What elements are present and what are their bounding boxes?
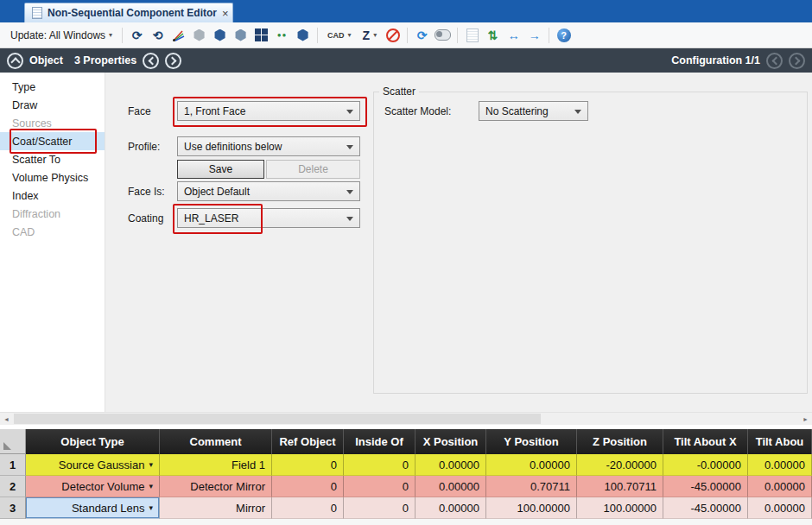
row-number[interactable]: 3 <box>0 497 26 519</box>
column-header-comment[interactable]: Comment <box>160 429 272 454</box>
column-header-tilt-about-y[interactable]: Tilt Abou <box>748 429 812 454</box>
solid-model-icon[interactable] <box>212 27 228 43</box>
chevron-down-icon: ▾ <box>109 31 112 39</box>
cell-tilt-about-y[interactable]: 0.00000 <box>748 476 812 497</box>
update-menu-label: Update: All Windows <box>10 29 105 41</box>
cell-comment[interactable]: Mirror <box>160 497 272 519</box>
next-object-button[interactable] <box>165 53 181 69</box>
cell-tilt-about-x[interactable]: -0.00000 <box>663 454 748 476</box>
tab-nsc-editor[interactable]: Non-Sequential Component Editor × <box>24 3 233 22</box>
row-number[interactable]: 2 <box>0 476 26 497</box>
chevron-left-icon <box>771 56 780 65</box>
shaded-model-icon[interactable] <box>191 27 207 43</box>
scroll-left-arrow[interactable]: ◄ <box>0 413 13 425</box>
go-to-row-icon[interactable]: → <box>526 27 542 43</box>
cell-z-position[interactable]: 100.00000 <box>577 497 663 519</box>
cell-inside-of[interactable]: 0 <box>344 497 416 519</box>
column-header-y-position[interactable]: Y Position <box>486 429 577 454</box>
cell-object-type[interactable]: Source Gaussian ▾ <box>26 454 160 476</box>
object-label: Object <box>29 54 63 66</box>
zemax-part-menu[interactable]: Z ▾ <box>359 27 381 44</box>
column-header-ref-object[interactable]: Ref Object <box>272 429 344 454</box>
cell-inside-of[interactable]: 0 <box>344 476 416 497</box>
cell-comment[interactable]: Detector Mirror <box>160 476 272 497</box>
refresh-icon[interactable]: ⟳ <box>129 27 145 43</box>
nsc-shaded-model-icon[interactable] <box>295 27 311 43</box>
separator <box>317 28 318 43</box>
swap-rows-icon[interactable]: ⇅ <box>485 27 501 43</box>
face-dropdown[interactable]: 1, Front Face <box>177 101 360 121</box>
cell-inside-of[interactable]: 0 <box>344 454 416 476</box>
prev-object-button[interactable] <box>143 53 159 69</box>
cell-object-type[interactable]: Detector Volume ▾ <box>26 476 160 497</box>
sidebar-item-index[interactable]: Index <box>0 187 105 205</box>
no-symbol-icon[interactable] <box>384 27 401 43</box>
tile-windows-icon[interactable] <box>253 27 270 43</box>
cell-object-type-selected[interactable]: Standard Lens ▾ <box>26 497 160 519</box>
save-button[interactable]: Save <box>177 160 264 179</box>
scatter-model-dropdown[interactable]: No Scattering <box>479 101 588 121</box>
nsc-spreadsheet: Object Type Comment Ref Object Inside Of… <box>0 429 812 519</box>
sidebar-item-scatter-to[interactable]: Scatter To <box>0 150 105 168</box>
sidebar-item-coat-scatter[interactable]: Coat/Scatter <box>0 132 105 150</box>
column-header-inside-of[interactable]: Inside Of <box>344 429 416 454</box>
chevron-down-icon <box>346 190 353 194</box>
row-number[interactable]: 1 <box>0 454 26 476</box>
editor-document-icon[interactable] <box>464 27 480 43</box>
sidebar-item-draw[interactable]: Draw <box>0 96 105 114</box>
refresh-window-icon[interactable]: ⟳ <box>414 27 430 43</box>
cell-tilt-about-y[interactable]: 0.00000 <box>748 497 812 519</box>
prev-configuration-button[interactable] <box>766 53 783 69</box>
help-icon[interactable]: ? <box>555 27 572 43</box>
cell-x-position[interactable]: 0.00000 <box>416 454 486 476</box>
next-configuration-button[interactable] <box>789 53 805 69</box>
ray-trace-icon[interactable] <box>170 27 187 43</box>
cad-menu[interactable]: CAD ▾ <box>324 29 355 41</box>
cell-x-position[interactable]: 0.00000 <box>416 497 486 519</box>
cell-comment[interactable]: Field 1 <box>160 454 272 476</box>
profile-dropdown[interactable]: Use definitions below <box>177 136 360 156</box>
scroll-right-arrow[interactable]: ► <box>799 413 812 425</box>
properties-sidebar: Type Draw Sources Coat/Scatter Scatter T… <box>0 73 105 412</box>
column-header-tilt-about-x[interactable]: Tilt About X <box>663 429 748 454</box>
cell-y-position[interactable]: 100.00000 <box>486 497 577 519</box>
refresh-all-icon[interactable]: ⟲ <box>149 27 166 43</box>
collapse-properties-button[interactable] <box>7 53 23 69</box>
column-header-x-position[interactable]: X Position <box>416 429 486 454</box>
scrollbar-thumb[interactable] <box>14 414 541 424</box>
sidebar-item-diffraction[interactable]: Diffraction <box>0 205 105 223</box>
dropdown-caret-icon: ▾ <box>149 482 153 490</box>
object-viewer-icon[interactable] <box>232 27 249 43</box>
cell-y-position[interactable]: 0.70711 <box>486 476 577 497</box>
chevron-right-icon <box>791 56 800 65</box>
document-shape <box>466 28 479 42</box>
delete-button[interactable]: Delete <box>266 160 360 179</box>
select-all-corner[interactable] <box>0 429 26 454</box>
ray-trace-glyph <box>172 28 186 42</box>
fit-width-icon[interactable]: ↔ <box>505 27 522 43</box>
sidebar-item-sources[interactable]: Sources <box>0 114 105 132</box>
cell-z-position[interactable]: -20.00000 <box>577 454 663 476</box>
sidebar-item-cad[interactable]: CAD <box>0 223 105 241</box>
update-menu[interactable]: Update: All Windows ▾ <box>7 28 116 43</box>
cell-tilt-about-x[interactable]: -45.00000 <box>663 476 748 497</box>
sidebar-item-volume-physics[interactable]: Volume Physics <box>0 168 105 187</box>
cell-tilt-about-y[interactable]: 0.00000 <box>748 454 812 476</box>
cell-y-position[interactable]: 0.00000 <box>486 454 577 476</box>
cell-z-position[interactable]: 100.70711 <box>577 476 663 497</box>
column-header-object-type[interactable]: Object Type <box>26 429 160 454</box>
detector-viewer-icon[interactable]: ●● <box>274 27 290 43</box>
cell-ref-object[interactable]: 0 <box>272 476 344 497</box>
cell-x-position[interactable]: 0.00000 <box>416 476 486 497</box>
horizontal-scrollbar[interactable]: ◄ ► <box>0 412 812 425</box>
close-icon[interactable]: × <box>222 8 229 19</box>
hexagon-shape <box>214 29 226 41</box>
cell-ref-object[interactable]: 0 <box>272 454 344 476</box>
cell-ref-object[interactable]: 0 <box>272 497 344 519</box>
face-is-dropdown[interactable]: Object Default <box>177 181 360 201</box>
coating-dropdown[interactable]: HR_LASER <box>177 208 360 228</box>
column-header-z-position[interactable]: Z Position <box>577 429 663 454</box>
toggle-icon[interactable] <box>435 27 451 43</box>
sidebar-item-type[interactable]: Type <box>0 78 105 96</box>
cell-tilt-about-x[interactable]: -45.00000 <box>663 497 748 519</box>
